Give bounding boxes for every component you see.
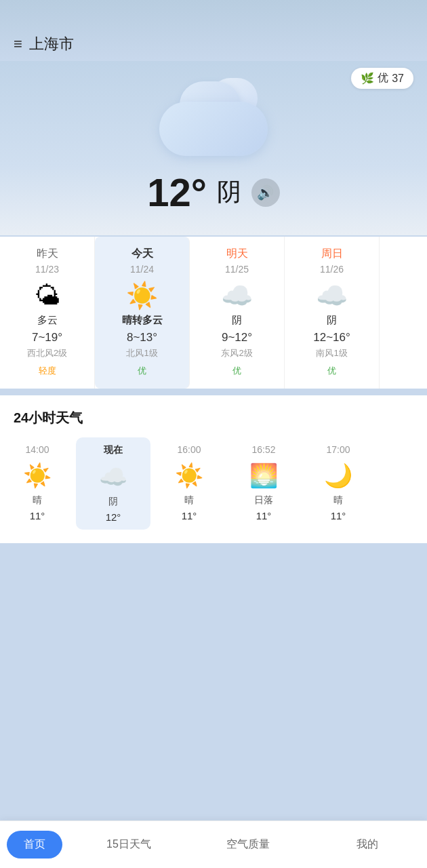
day-temp: 12~16° — [291, 331, 372, 344]
day-column[interactable]: 昨天 11/23 🌤 多云 7~19° 西北风2级 轻度 — [0, 237, 95, 389]
day-date: 11/25 — [197, 264, 277, 275]
aqi-label: 优 — [378, 71, 388, 85]
day-date: 11/24 — [102, 264, 182, 275]
current-weather-section: 🌿 优 37 12° 阴 🔊 — [0, 61, 427, 235]
day-aqi: 轻度 — [35, 363, 60, 378]
day-icon: ☁️ — [291, 283, 372, 309]
day-wind: 南风1级 — [291, 347, 372, 359]
day-date: 11/26 — [291, 264, 372, 275]
hour-temp: 11° — [155, 510, 223, 521]
day-icon: ☀️ — [102, 283, 182, 309]
day-column[interactable]: 明天 11/25 ☁️ 阴 9~12° 东风2级 优 — [190, 237, 285, 389]
aqi-value: 37 — [392, 73, 404, 85]
hour-time: 16:00 — [155, 444, 223, 455]
city-name[interactable]: 上海市 — [29, 34, 74, 54]
day-aqi: 优 — [134, 363, 150, 378]
hour-temp: 12° — [79, 511, 147, 523]
nav-item-15日天气[interactable]: 15日天气 — [69, 831, 188, 859]
hour-column[interactable]: 14:00 ☀️ 晴 11° — [0, 437, 75, 530]
day-label: 周日 — [291, 247, 372, 261]
nav-item-首页[interactable]: 首页 — [7, 831, 62, 859]
day-weather: 晴转多云 — [102, 314, 182, 327]
hour-icon: ☁️ — [79, 463, 147, 490]
leaf-icon: 🌿 — [361, 72, 374, 85]
hour-weather: 晴 — [3, 494, 71, 507]
hour-weather: 日落 — [230, 494, 298, 507]
day-column[interactable]: 今天 11/24 ☀️ 晴转多云 8~13° 北风1级 优 — [95, 237, 190, 389]
day-label: 明天 — [197, 247, 277, 261]
day-weather: 阴 — [291, 314, 372, 327]
hour-icon: ☀️ — [3, 462, 71, 489]
daily-scroll[interactable]: 昨天 11/23 🌤 多云 7~19° 西北风2级 轻度 今天 11/24 ☀️… — [0, 237, 427, 389]
day-label: 今天 — [102, 247, 182, 261]
hour-weather: 阴 — [79, 496, 147, 508]
bottom-nav: 首页15日天气空气质量我的 — [0, 821, 427, 868]
day-icon: ☁️ — [197, 283, 277, 309]
day-weather: 多云 — [7, 314, 87, 327]
day-icon: 🌤 — [7, 283, 87, 309]
day-wind: 东风2级 — [197, 347, 277, 359]
hour-weather: 晴 — [304, 494, 372, 507]
day-temp: 8~13° — [102, 331, 182, 344]
nav-item-空气质量[interactable]: 空气质量 — [188, 831, 308, 859]
hourly-title: 24小时天气 — [0, 409, 427, 437]
hour-column[interactable]: 17:00 🌙 晴 11° — [301, 437, 375, 530]
day-wind: 北风1级 — [102, 347, 182, 359]
hourly-scroll[interactable]: 14:00 ☀️ 晴 11° 现在 ☁️ 阴 12° 16:00 ☀️ 晴 11… — [0, 437, 427, 536]
hour-time: 14:00 — [3, 444, 71, 455]
day-aqi: 优 — [228, 363, 245, 378]
hour-temp: 11° — [3, 510, 71, 521]
hour-temp: 11° — [230, 510, 298, 521]
day-temp: 7~19° — [7, 331, 87, 344]
daily-forecast-section: 昨天 11/23 🌤 多云 7~19° 西北风2级 轻度 今天 11/24 ☀️… — [0, 237, 427, 389]
day-date: 11/23 — [7, 264, 87, 275]
hour-column[interactable]: 现在 ☁️ 阴 12° — [76, 437, 150, 530]
temp-row: 12° 阴 🔊 — [147, 170, 280, 215]
current-condition: 阴 — [217, 176, 241, 209]
temperature: 12° — [147, 170, 207, 215]
hour-column[interactable]: 16:52 🌅 日落 11° — [226, 437, 301, 530]
header: ≡ 上海市 — [0, 0, 427, 61]
menu-icon[interactable]: ≡ — [14, 35, 22, 53]
hour-time: 16:52 — [230, 444, 298, 455]
sound-button[interactable]: 🔊 — [251, 178, 280, 207]
hour-time: 现在 — [79, 444, 147, 456]
hour-weather: 晴 — [155, 494, 223, 507]
hourly-section: 24小时天气 14:00 ☀️ 晴 11° 现在 ☁️ 阴 12° 16:00 … — [0, 395, 427, 543]
day-label: 昨天 — [7, 247, 87, 261]
day-wind: 西北风2级 — [7, 347, 87, 359]
hour-icon: 🌅 — [230, 462, 298, 489]
day-aqi: 优 — [323, 363, 340, 378]
day-column[interactable]: 周日 11/26 ☁️ 阴 12~16° 南风1级 优 — [285, 237, 380, 389]
hour-temp: 11° — [304, 510, 372, 521]
cloud-illustration — [146, 81, 281, 156]
hour-time: 17:00 — [304, 444, 372, 455]
hour-column[interactable]: 16:00 ☀️ 晴 11° — [152, 437, 226, 530]
hour-icon: ☀️ — [155, 462, 223, 489]
nav-item-我的[interactable]: 我的 — [308, 831, 427, 859]
hour-icon: 🌙 — [304, 462, 372, 489]
day-weather: 阴 — [197, 314, 277, 327]
aqi-badge[interactable]: 🌿 优 37 — [351, 68, 413, 89]
day-temp: 9~12° — [197, 331, 277, 344]
